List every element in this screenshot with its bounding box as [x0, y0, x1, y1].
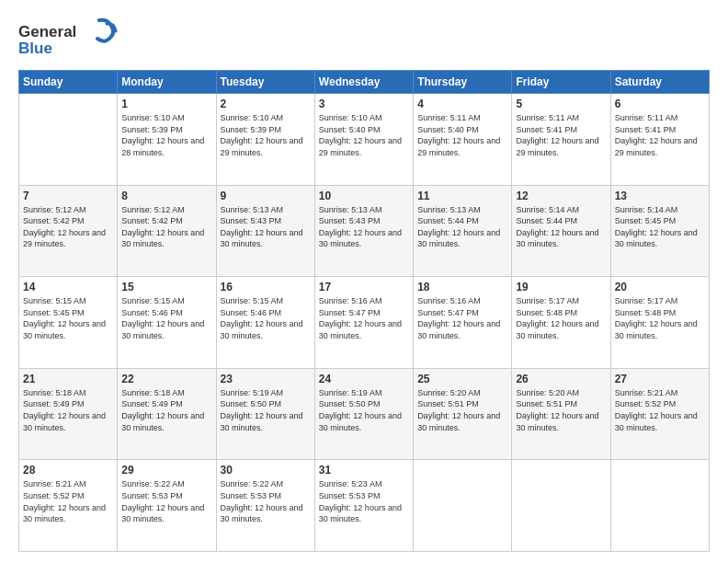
day-number: 27: [615, 373, 705, 385]
calendar-cell: 24Sunrise: 5:19 AMSunset: 5:50 PMDayligh…: [314, 368, 413, 460]
calendar-cell: 18Sunrise: 5:16 AMSunset: 5:47 PMDayligh…: [414, 277, 512, 369]
calendar-cell: 21Sunrise: 5:18 AMSunset: 5:49 PMDayligh…: [19, 368, 118, 460]
cell-info: Sunrise: 5:16 AMSunset: 5:47 PMDaylight:…: [417, 295, 507, 341]
calendar-cell: 4Sunrise: 5:11 AMSunset: 5:40 PMDaylight…: [414, 94, 512, 186]
calendar-cell: 2Sunrise: 5:10 AMSunset: 5:39 PMDaylight…: [216, 94, 314, 186]
cell-info: Sunrise: 5:12 AMSunset: 5:42 PMDaylight:…: [121, 204, 211, 250]
calendar-cell: 10Sunrise: 5:13 AMSunset: 5:43 PMDayligh…: [314, 185, 413, 277]
day-number: 21: [23, 373, 113, 385]
calendar-cell: 29Sunrise: 5:22 AMSunset: 5:53 PMDayligh…: [118, 460, 216, 552]
calendar-cell: 30Sunrise: 5:22 AMSunset: 5:53 PMDayligh…: [216, 460, 314, 552]
day-number: 9: [221, 190, 311, 202]
weekday-header-thursday: Thursday: [414, 71, 512, 94]
week-row-5: 28Sunrise: 5:21 AMSunset: 5:52 PMDayligh…: [19, 460, 710, 552]
cell-info: Sunrise: 5:20 AMSunset: 5:51 PMDaylight:…: [417, 387, 507, 433]
calendar-cell: 13Sunrise: 5:14 AMSunset: 5:45 PMDayligh…: [610, 185, 709, 277]
cell-info: Sunrise: 5:16 AMSunset: 5:47 PMDaylight:…: [319, 295, 409, 341]
calendar-cell: [19, 94, 118, 186]
day-number: 18: [417, 281, 507, 293]
cell-info: Sunrise: 5:11 AMSunset: 5:40 PMDaylight:…: [417, 112, 507, 158]
weekday-header-monday: Monday: [118, 71, 216, 94]
day-number: 10: [319, 190, 409, 202]
day-number: 20: [615, 281, 705, 293]
calendar-cell: 27Sunrise: 5:21 AMSunset: 5:52 PMDayligh…: [610, 368, 709, 460]
calendar-cell: 12Sunrise: 5:14 AMSunset: 5:44 PMDayligh…: [512, 185, 610, 277]
calendar-cell: 3Sunrise: 5:10 AMSunset: 5:40 PMDaylight…: [314, 94, 413, 186]
week-row-4: 21Sunrise: 5:18 AMSunset: 5:49 PMDayligh…: [19, 368, 710, 460]
day-number: 11: [417, 190, 507, 202]
day-number: 5: [516, 98, 606, 110]
day-number: 26: [516, 373, 606, 385]
calendar-cell: 7Sunrise: 5:12 AMSunset: 5:42 PMDaylight…: [19, 185, 118, 277]
cell-info: Sunrise: 5:21 AMSunset: 5:52 PMDaylight:…: [615, 387, 705, 433]
calendar-table: SundayMondayTuesdayWednesdayThursdayFrid…: [18, 70, 710, 552]
cell-info: Sunrise: 5:15 AMSunset: 5:46 PMDaylight:…: [121, 295, 211, 341]
day-number: 23: [221, 373, 311, 385]
cell-info: Sunrise: 5:22 AMSunset: 5:53 PMDaylight:…: [221, 478, 311, 524]
weekday-header-wednesday: Wednesday: [314, 71, 413, 94]
day-number: 7: [23, 190, 113, 202]
logo-svg: General Blue: [18, 17, 119, 57]
svg-text:General: General: [18, 23, 76, 40]
calendar-cell: [610, 460, 709, 552]
cell-info: Sunrise: 5:13 AMSunset: 5:43 PMDaylight:…: [221, 204, 311, 250]
calendar-cell: 25Sunrise: 5:20 AMSunset: 5:51 PMDayligh…: [414, 368, 512, 460]
weekday-header-friday: Friday: [512, 71, 610, 94]
day-number: 3: [319, 98, 409, 110]
calendar-cell: 8Sunrise: 5:12 AMSunset: 5:42 PMDaylight…: [118, 185, 216, 277]
calendar-cell: 22Sunrise: 5:18 AMSunset: 5:49 PMDayligh…: [118, 368, 216, 460]
cell-info: Sunrise: 5:22 AMSunset: 5:53 PMDaylight:…: [121, 478, 211, 524]
calendar-cell: 5Sunrise: 5:11 AMSunset: 5:41 PMDaylight…: [512, 94, 610, 186]
calendar-cell: 31Sunrise: 5:23 AMSunset: 5:53 PMDayligh…: [314, 460, 413, 552]
weekday-header-sunday: Sunday: [19, 71, 118, 94]
day-number: 2: [221, 98, 311, 110]
day-number: 30: [221, 464, 311, 477]
cell-info: Sunrise: 5:10 AMSunset: 5:39 PMDaylight:…: [221, 112, 311, 158]
calendar-cell: [414, 460, 512, 552]
logo: General Blue: [18, 17, 119, 61]
day-number: 12: [516, 190, 606, 202]
page: General Blue SundayMondayTuesdayWednesda…: [0, 0, 728, 563]
day-number: 19: [516, 281, 606, 293]
calendar-cell: 9Sunrise: 5:13 AMSunset: 5:43 PMDaylight…: [216, 185, 314, 277]
weekday-header-row: SundayMondayTuesdayWednesdayThursdayFrid…: [19, 71, 710, 94]
weekday-header-saturday: Saturday: [610, 71, 709, 94]
calendar-cell: 26Sunrise: 5:20 AMSunset: 5:51 PMDayligh…: [512, 368, 610, 460]
cell-info: Sunrise: 5:14 AMSunset: 5:44 PMDaylight:…: [516, 204, 606, 250]
calendar-cell: 20Sunrise: 5:17 AMSunset: 5:48 PMDayligh…: [610, 277, 709, 369]
week-row-1: 1Sunrise: 5:10 AMSunset: 5:39 PMDaylight…: [19, 94, 710, 186]
calendar-cell: 17Sunrise: 5:16 AMSunset: 5:47 PMDayligh…: [314, 277, 413, 369]
cell-info: Sunrise: 5:14 AMSunset: 5:45 PMDaylight:…: [615, 204, 705, 250]
day-number: 13: [615, 190, 705, 202]
svg-text:Blue: Blue: [18, 40, 52, 57]
cell-info: Sunrise: 5:19 AMSunset: 5:50 PMDaylight:…: [221, 387, 311, 433]
cell-info: Sunrise: 5:21 AMSunset: 5:52 PMDaylight:…: [23, 478, 113, 524]
weekday-header-tuesday: Tuesday: [216, 71, 314, 94]
day-number: 1: [121, 98, 211, 110]
day-number: 31: [319, 464, 409, 477]
cell-info: Sunrise: 5:11 AMSunset: 5:41 PMDaylight:…: [516, 112, 606, 158]
day-number: 17: [319, 281, 409, 293]
cell-info: Sunrise: 5:15 AMSunset: 5:46 PMDaylight:…: [221, 295, 311, 341]
cell-info: Sunrise: 5:18 AMSunset: 5:49 PMDaylight:…: [121, 387, 211, 433]
day-number: 29: [121, 464, 211, 477]
day-number: 4: [417, 98, 507, 110]
day-number: 28: [23, 464, 113, 477]
cell-info: Sunrise: 5:17 AMSunset: 5:48 PMDaylight:…: [516, 295, 606, 341]
day-number: 15: [121, 281, 211, 293]
week-row-2: 7Sunrise: 5:12 AMSunset: 5:42 PMDaylight…: [19, 185, 710, 277]
calendar-cell: 14Sunrise: 5:15 AMSunset: 5:45 PMDayligh…: [19, 277, 118, 369]
calendar-cell: 23Sunrise: 5:19 AMSunset: 5:50 PMDayligh…: [216, 368, 314, 460]
day-number: 8: [121, 190, 211, 202]
cell-info: Sunrise: 5:12 AMSunset: 5:42 PMDaylight:…: [23, 204, 113, 250]
cell-info: Sunrise: 5:13 AMSunset: 5:44 PMDaylight:…: [417, 204, 507, 250]
cell-info: Sunrise: 5:13 AMSunset: 5:43 PMDaylight:…: [319, 204, 409, 250]
cell-info: Sunrise: 5:10 AMSunset: 5:39 PMDaylight:…: [121, 112, 211, 158]
day-number: 24: [319, 373, 409, 385]
calendar-cell: 11Sunrise: 5:13 AMSunset: 5:44 PMDayligh…: [414, 185, 512, 277]
cell-info: Sunrise: 5:15 AMSunset: 5:45 PMDaylight:…: [23, 295, 113, 341]
logo-block: General Blue: [18, 17, 119, 61]
cell-info: Sunrise: 5:18 AMSunset: 5:49 PMDaylight:…: [23, 387, 113, 433]
header: General Blue: [18, 17, 710, 61]
calendar-cell: 28Sunrise: 5:21 AMSunset: 5:52 PMDayligh…: [19, 460, 118, 552]
